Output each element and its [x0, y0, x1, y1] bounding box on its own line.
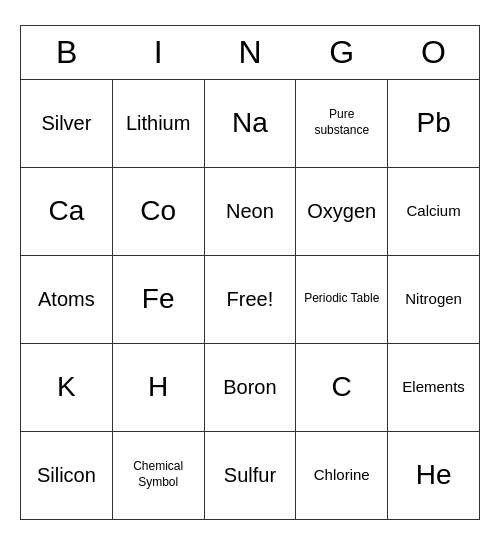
header-row: BINGO	[21, 25, 480, 79]
table-row: CaCoNeonOxygenCalcium	[21, 167, 480, 255]
bingo-cell: Free!	[204, 255, 296, 343]
bingo-grid: BINGO SilverLithiumNaPure substancePbCaC…	[20, 25, 480, 520]
header-letter: G	[296, 25, 388, 79]
table-row: SiliconChemical SymbolSulfurChlorineHe	[21, 431, 480, 519]
bingo-cell: Elements	[388, 343, 480, 431]
bingo-cell: He	[388, 431, 480, 519]
header-letter: O	[388, 25, 480, 79]
bingo-cell: Periodic Table	[296, 255, 388, 343]
bingo-cell: Lithium	[112, 79, 204, 167]
bingo-cell: Sulfur	[204, 431, 296, 519]
bingo-cell: Fe	[112, 255, 204, 343]
table-row: AtomsFeFree!Periodic TableNitrogen	[21, 255, 480, 343]
bingo-cell: Na	[204, 79, 296, 167]
bingo-cell: Boron	[204, 343, 296, 431]
bingo-cell: Pure substance	[296, 79, 388, 167]
table-row: KHBoronCElements	[21, 343, 480, 431]
bingo-cell: K	[21, 343, 113, 431]
header-letter: I	[112, 25, 204, 79]
table-row: SilverLithiumNaPure substancePb	[21, 79, 480, 167]
bingo-cell: Silver	[21, 79, 113, 167]
bingo-cell: C	[296, 343, 388, 431]
header-letter: B	[21, 25, 113, 79]
bingo-cell: Ca	[21, 167, 113, 255]
bingo-cell: Pb	[388, 79, 480, 167]
bingo-cell: Co	[112, 167, 204, 255]
bingo-cell: Oxygen	[296, 167, 388, 255]
bingo-cell: Chlorine	[296, 431, 388, 519]
bingo-cell: Silicon	[21, 431, 113, 519]
bingo-cell: Atoms	[21, 255, 113, 343]
bingo-cell: Nitrogen	[388, 255, 480, 343]
bingo-cell: H	[112, 343, 204, 431]
bingo-cell: Chemical Symbol	[112, 431, 204, 519]
bingo-card: BINGO BINGO SilverLithiumNaPure substanc…	[20, 25, 480, 520]
bingo-cell: Calcium	[388, 167, 480, 255]
bingo-cell: Neon	[204, 167, 296, 255]
header-letter: N	[204, 25, 296, 79]
